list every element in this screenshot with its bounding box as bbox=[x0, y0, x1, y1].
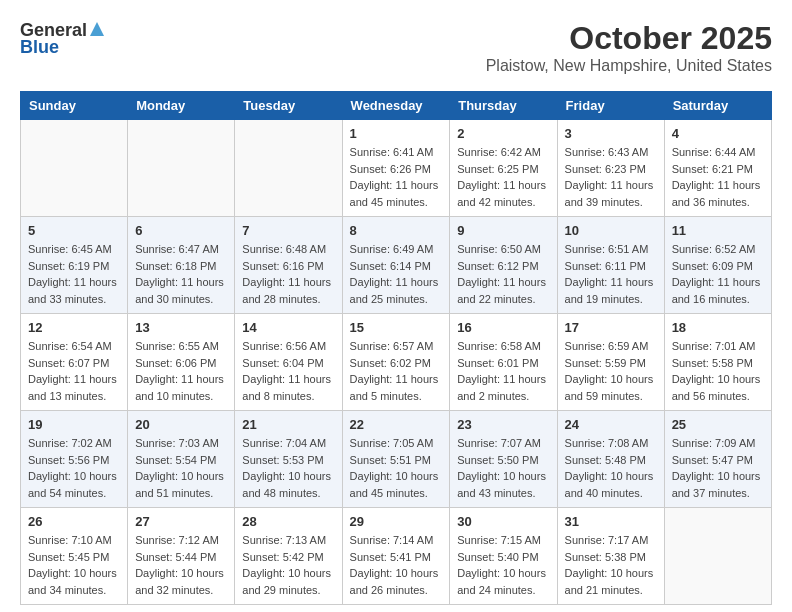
day-info: Sunrise: 6:49 AMSunset: 6:14 PMDaylight:… bbox=[350, 241, 443, 307]
day-number: 1 bbox=[350, 126, 443, 141]
col-thursday: Thursday bbox=[450, 92, 557, 120]
title-area: October 2025 Plaistow, New Hampshire, Un… bbox=[486, 20, 772, 75]
day-number: 16 bbox=[457, 320, 549, 335]
day-info: Sunrise: 7:07 AMSunset: 5:50 PMDaylight:… bbox=[457, 435, 549, 501]
day-number: 22 bbox=[350, 417, 443, 432]
calendar-header-row: Sunday Monday Tuesday Wednesday Thursday… bbox=[21, 92, 772, 120]
table-row: 14Sunrise: 6:56 AMSunset: 6:04 PMDayligh… bbox=[235, 314, 342, 411]
day-number: 30 bbox=[457, 514, 549, 529]
day-info: Sunrise: 7:15 AMSunset: 5:40 PMDaylight:… bbox=[457, 532, 549, 598]
table-row: 7Sunrise: 6:48 AMSunset: 6:16 PMDaylight… bbox=[235, 217, 342, 314]
table-row: 1Sunrise: 6:41 AMSunset: 6:26 PMDaylight… bbox=[342, 120, 450, 217]
day-number: 8 bbox=[350, 223, 443, 238]
day-number: 19 bbox=[28, 417, 120, 432]
table-row: 23Sunrise: 7:07 AMSunset: 5:50 PMDayligh… bbox=[450, 411, 557, 508]
table-row: 24Sunrise: 7:08 AMSunset: 5:48 PMDayligh… bbox=[557, 411, 664, 508]
table-row: 19Sunrise: 7:02 AMSunset: 5:56 PMDayligh… bbox=[21, 411, 128, 508]
table-row: 3Sunrise: 6:43 AMSunset: 6:23 PMDaylight… bbox=[557, 120, 664, 217]
day-info: Sunrise: 7:03 AMSunset: 5:54 PMDaylight:… bbox=[135, 435, 227, 501]
day-number: 27 bbox=[135, 514, 227, 529]
calendar-week-row: 26Sunrise: 7:10 AMSunset: 5:45 PMDayligh… bbox=[21, 508, 772, 605]
day-number: 14 bbox=[242, 320, 334, 335]
day-number: 2 bbox=[457, 126, 549, 141]
table-row: 4Sunrise: 6:44 AMSunset: 6:21 PMDaylight… bbox=[664, 120, 771, 217]
table-row: 21Sunrise: 7:04 AMSunset: 5:53 PMDayligh… bbox=[235, 411, 342, 508]
table-row: 29Sunrise: 7:14 AMSunset: 5:41 PMDayligh… bbox=[342, 508, 450, 605]
day-number: 13 bbox=[135, 320, 227, 335]
calendar-week-row: 1Sunrise: 6:41 AMSunset: 6:26 PMDaylight… bbox=[21, 120, 772, 217]
day-number: 17 bbox=[565, 320, 657, 335]
day-info: Sunrise: 6:55 AMSunset: 6:06 PMDaylight:… bbox=[135, 338, 227, 404]
table-row: 20Sunrise: 7:03 AMSunset: 5:54 PMDayligh… bbox=[128, 411, 235, 508]
day-info: Sunrise: 6:51 AMSunset: 6:11 PMDaylight:… bbox=[565, 241, 657, 307]
table-row: 2Sunrise: 6:42 AMSunset: 6:25 PMDaylight… bbox=[450, 120, 557, 217]
day-info: Sunrise: 7:10 AMSunset: 5:45 PMDaylight:… bbox=[28, 532, 120, 598]
day-number: 23 bbox=[457, 417, 549, 432]
table-row: 31Sunrise: 7:17 AMSunset: 5:38 PMDayligh… bbox=[557, 508, 664, 605]
col-sunday: Sunday bbox=[21, 92, 128, 120]
day-number: 5 bbox=[28, 223, 120, 238]
day-number: 24 bbox=[565, 417, 657, 432]
day-number: 25 bbox=[672, 417, 764, 432]
day-info: Sunrise: 6:42 AMSunset: 6:25 PMDaylight:… bbox=[457, 144, 549, 210]
table-row: 11Sunrise: 6:52 AMSunset: 6:09 PMDayligh… bbox=[664, 217, 771, 314]
day-info: Sunrise: 7:02 AMSunset: 5:56 PMDaylight:… bbox=[28, 435, 120, 501]
col-monday: Monday bbox=[128, 92, 235, 120]
calendar-week-row: 12Sunrise: 6:54 AMSunset: 6:07 PMDayligh… bbox=[21, 314, 772, 411]
day-number: 9 bbox=[457, 223, 549, 238]
day-info: Sunrise: 6:45 AMSunset: 6:19 PMDaylight:… bbox=[28, 241, 120, 307]
table-row: 12Sunrise: 6:54 AMSunset: 6:07 PMDayligh… bbox=[21, 314, 128, 411]
day-info: Sunrise: 6:44 AMSunset: 6:21 PMDaylight:… bbox=[672, 144, 764, 210]
col-friday: Friday bbox=[557, 92, 664, 120]
day-info: Sunrise: 6:56 AMSunset: 6:04 PMDaylight:… bbox=[242, 338, 334, 404]
table-row: 17Sunrise: 6:59 AMSunset: 5:59 PMDayligh… bbox=[557, 314, 664, 411]
day-number: 7 bbox=[242, 223, 334, 238]
day-number: 4 bbox=[672, 126, 764, 141]
logo-arrow-icon bbox=[90, 22, 104, 40]
table-row: 9Sunrise: 6:50 AMSunset: 6:12 PMDaylight… bbox=[450, 217, 557, 314]
table-row: 8Sunrise: 6:49 AMSunset: 6:14 PMDaylight… bbox=[342, 217, 450, 314]
day-info: Sunrise: 6:52 AMSunset: 6:09 PMDaylight:… bbox=[672, 241, 764, 307]
table-row: 27Sunrise: 7:12 AMSunset: 5:44 PMDayligh… bbox=[128, 508, 235, 605]
table-row bbox=[235, 120, 342, 217]
table-row bbox=[664, 508, 771, 605]
svg-marker-0 bbox=[90, 22, 104, 36]
day-info: Sunrise: 7:08 AMSunset: 5:48 PMDaylight:… bbox=[565, 435, 657, 501]
day-info: Sunrise: 6:54 AMSunset: 6:07 PMDaylight:… bbox=[28, 338, 120, 404]
col-wednesday: Wednesday bbox=[342, 92, 450, 120]
col-tuesday: Tuesday bbox=[235, 92, 342, 120]
day-number: 29 bbox=[350, 514, 443, 529]
day-info: Sunrise: 7:01 AMSunset: 5:58 PMDaylight:… bbox=[672, 338, 764, 404]
day-info: Sunrise: 6:41 AMSunset: 6:26 PMDaylight:… bbox=[350, 144, 443, 210]
day-info: Sunrise: 7:17 AMSunset: 5:38 PMDaylight:… bbox=[565, 532, 657, 598]
table-row: 22Sunrise: 7:05 AMSunset: 5:51 PMDayligh… bbox=[342, 411, 450, 508]
table-row: 28Sunrise: 7:13 AMSunset: 5:42 PMDayligh… bbox=[235, 508, 342, 605]
month-title: October 2025 bbox=[486, 20, 772, 57]
table-row bbox=[21, 120, 128, 217]
logo-blue-text: Blue bbox=[20, 37, 59, 58]
day-number: 6 bbox=[135, 223, 227, 238]
table-row: 5Sunrise: 6:45 AMSunset: 6:19 PMDaylight… bbox=[21, 217, 128, 314]
day-number: 3 bbox=[565, 126, 657, 141]
table-row: 16Sunrise: 6:58 AMSunset: 6:01 PMDayligh… bbox=[450, 314, 557, 411]
calendar-week-row: 19Sunrise: 7:02 AMSunset: 5:56 PMDayligh… bbox=[21, 411, 772, 508]
day-info: Sunrise: 6:47 AMSunset: 6:18 PMDaylight:… bbox=[135, 241, 227, 307]
table-row: 18Sunrise: 7:01 AMSunset: 5:58 PMDayligh… bbox=[664, 314, 771, 411]
table-row: 15Sunrise: 6:57 AMSunset: 6:02 PMDayligh… bbox=[342, 314, 450, 411]
day-info: Sunrise: 6:57 AMSunset: 6:02 PMDaylight:… bbox=[350, 338, 443, 404]
table-row: 6Sunrise: 6:47 AMSunset: 6:18 PMDaylight… bbox=[128, 217, 235, 314]
day-number: 18 bbox=[672, 320, 764, 335]
day-info: Sunrise: 7:04 AMSunset: 5:53 PMDaylight:… bbox=[242, 435, 334, 501]
table-row: 10Sunrise: 6:51 AMSunset: 6:11 PMDayligh… bbox=[557, 217, 664, 314]
table-row: 30Sunrise: 7:15 AMSunset: 5:40 PMDayligh… bbox=[450, 508, 557, 605]
day-info: Sunrise: 7:14 AMSunset: 5:41 PMDaylight:… bbox=[350, 532, 443, 598]
day-info: Sunrise: 6:59 AMSunset: 5:59 PMDaylight:… bbox=[565, 338, 657, 404]
day-number: 11 bbox=[672, 223, 764, 238]
day-info: Sunrise: 7:09 AMSunset: 5:47 PMDaylight:… bbox=[672, 435, 764, 501]
page-header: General Blue October 2025 Plaistow, New … bbox=[20, 20, 772, 75]
table-row: 13Sunrise: 6:55 AMSunset: 6:06 PMDayligh… bbox=[128, 314, 235, 411]
day-info: Sunrise: 6:50 AMSunset: 6:12 PMDaylight:… bbox=[457, 241, 549, 307]
day-number: 20 bbox=[135, 417, 227, 432]
day-info: Sunrise: 7:13 AMSunset: 5:42 PMDaylight:… bbox=[242, 532, 334, 598]
day-number: 10 bbox=[565, 223, 657, 238]
